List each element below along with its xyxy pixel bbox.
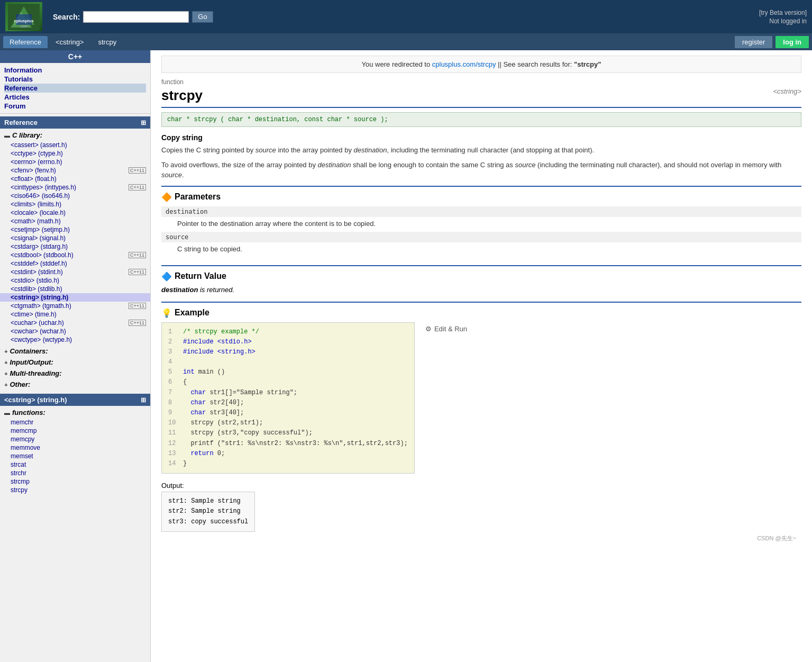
sidebar-expand-icon[interactable]: ⊞ [141,119,146,126]
other-label: Other: [10,380,30,388]
code-line-9: 9 char str3[40]; [168,408,408,418]
logo-image: cplusplus .com [5,2,42,31]
code-line-13: 13 return 0; [168,449,408,459]
return-title: 🔷 Return Value [161,271,801,282]
redirect-text: You were redirected to [362,60,432,68]
svg-text:.com: .com [20,24,28,28]
sidebar-item-cstdint[interactable]: <cstdint> (stdint.h)C++11 [0,268,150,276]
sidebar-item-cassert[interactable]: <cassert> (assert.h) [0,141,150,149]
register-button[interactable]: register [735,36,772,48]
nav-tab-cstring[interactable]: <cstring> [49,36,90,48]
output-label: Output: [161,482,801,489]
sidebar-item-memchr[interactable]: memchr [0,418,150,427]
sidebar-item-cuchar[interactable]: <cuchar> (uchar.h)C++11 [0,319,150,327]
code-line-1: 1/* strcpy example */ [168,327,408,337]
sidebar-item-strcat[interactable]: strcat [0,460,150,469]
sidebar-item-cwchar[interactable]: <cwchar> (wchar.h) [0,327,150,335]
sidebar-item-reference[interactable]: Reference [4,84,146,93]
nav-bar: Reference <cstring> strcpy register log … [0,33,812,50]
redirect-link[interactable]: cplusplus.com/strcpy [432,60,496,68]
output-block: str1: Sample string str2: Sample string … [161,492,255,532]
sidebar-item-forum[interactable]: Forum [4,102,146,111]
output-area: Output: str1: Sample string str2: Sample… [161,482,801,532]
search-input[interactable] [83,11,189,23]
containers-label: Containers: [10,347,48,355]
code-line-11: 11 strcpy (str3,"copy successful"); [168,428,408,438]
edit-run-label: Edit & Run [434,325,467,333]
sidebar-item-strcpy-func[interactable]: strcpy [0,486,150,494]
header-right: [try Beta version] Not logged in [759,9,807,25]
func-header-link[interactable]: <cstring> [773,87,801,95]
functions-label: functions: [12,409,45,416]
login-button[interactable]: log in [775,36,809,48]
sidebar-item-memcmp[interactable]: memcmp [0,427,150,435]
sidebar-item-cstddef[interactable]: <cstddef> (stddef.h) [0,259,150,268]
sidebar-item-strchr[interactable]: strchr [0,469,150,477]
sidebar-item-memcpy[interactable]: memcpy [0,435,150,443]
sidebar-item-cstdarg[interactable]: <cstdarg> (stdarg.h) [0,242,150,251]
sidebar-item-cfloat[interactable]: <cfloat> (float.h) [0,175,150,183]
sidebar-item-cwctype[interactable]: <cwctype> (wctype.h) [0,335,150,344]
nav-tab-strcpy[interactable]: strcpy [92,36,123,48]
params-icon: 🔶 [161,192,172,202]
example-divider [161,302,801,303]
edit-run-button[interactable]: ⚙ Edit & Run [425,325,467,333]
sidebar-nav: Information Tutorials Reference Articles… [0,63,150,114]
copy-string-title: Copy string [161,133,801,142]
sidebar-item-ctime[interactable]: <ctime> (time.h) [0,310,150,319]
sidebar-item-cstring[interactable]: <cstring> (string.h) [0,293,150,302]
sidebar-item-cctype[interactable]: <cctype> (ctype.h) [0,149,150,158]
content-area: You were redirected to cplusplus.com/str… [151,50,812,662]
sidebar-list: ▬ C library: <cassert> (assert.h) <cctyp… [0,129,150,391]
search-go-button[interactable]: Go [192,11,213,23]
multi-threading-expand-icon[interactable]: + [4,370,7,377]
sidebar-item-cinttypes[interactable]: <cinttypes> (inttypes.h)C++11 [0,183,150,192]
svg-text:cplusplus: cplusplus [14,19,34,23]
example-section: 💡 Example 1/* strcpy example */ 2#includ… [161,302,801,532]
sidebar-item-clocale[interactable]: <clocale> (locale.h) [0,208,150,217]
code-line-8: 8 char str2[40]; [168,398,408,408]
try-beta-link[interactable]: [try Beta version] [759,9,807,16]
sidebar-item-climits[interactable]: <climits> (limits.h) [0,200,150,208]
sidebar-item-strcmp[interactable]: strcmp [0,477,150,486]
redirect-middle: || See search results for: [496,60,574,68]
sidebar-item-ctgmath[interactable]: <ctgmath> (tgmath.h)C++11 [0,302,150,310]
sidebar-item-cfenv[interactable]: <cfenv> (fenv.h)C++11 [0,166,150,175]
code-line-6: 6{ [168,377,408,387]
description-1: Copies the C string pointed by source in… [161,145,801,156]
return-icon: 🔷 [161,271,172,282]
edit-run-icon: ⚙ [425,325,432,333]
sidebar-item-memset[interactable]: memset [0,452,150,460]
code-block: 1/* strcpy example */ 2#include <stdio.h… [161,322,415,474]
sidebar-item-cerrno[interactable]: <cerrno> (errno.h) [0,158,150,166]
description-2: To avoid overflows, the size of the arra… [161,160,801,180]
sidebar-item-information[interactable]: Information [4,66,146,75]
redirect-search: "strcpy" [574,60,601,68]
sidebar-item-tutorials[interactable]: Tutorials [4,75,146,84]
functions-collapse-icon[interactable]: ▬ [4,410,10,416]
output-line-2: str2: Sample string [168,506,248,516]
cstring-expand-icon[interactable]: ⊞ [141,396,146,404]
return-divider [161,265,801,266]
return-section: 🔷 Return Value destination is returned. [161,265,801,294]
containers-expand-icon[interactable]: + [4,348,7,355]
sidebar-item-csetjmp[interactable]: <csetjmp> (setjmp.h) [0,225,150,234]
sidebar-cstring-header: <cstring> (string.h) ⊞ [0,394,150,406]
sidebar-item-articles[interactable]: Articles [4,93,146,102]
input-output-expand-icon[interactable]: + [4,359,7,366]
nav-auth: register log in [735,36,809,48]
sidebar-item-cstdbool[interactable]: <cstdbool> (stdbool.h)C++11 [0,251,150,259]
sidebar-item-cstdlib[interactable]: <cstdlib> (stdlib.h) [0,285,150,293]
other-expand-icon[interactable]: + [4,382,7,388]
sidebar-item-cmath[interactable]: <cmath> (math.h) [0,217,150,225]
c-library-collapse-icon[interactable]: ▬ [4,132,10,139]
func-type-label: function [161,78,801,86]
footer-credit: CSDN @先生~ [161,532,801,545]
cstring-func-list: ▬ functions: memchr memcmp memcpy memmov… [0,406,150,495]
sidebar-item-csignal[interactable]: <csignal> (signal.h) [0,234,150,242]
sidebar-item-ciso646[interactable]: <ciso646> (iso646.h) [0,192,150,200]
input-output-label: Input/Output: [10,358,53,366]
sidebar-item-memmove[interactable]: memmove [0,443,150,452]
nav-tab-reference[interactable]: Reference [3,36,48,48]
sidebar-item-cstdio[interactable]: <cstdio> (stdio.h) [0,276,150,285]
